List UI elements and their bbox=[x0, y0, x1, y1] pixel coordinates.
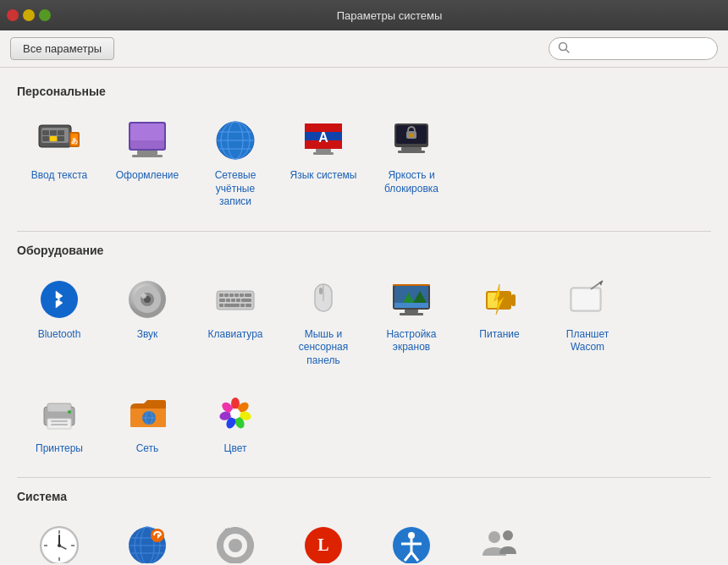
item-appearance[interactable]: Оформление bbox=[105, 110, 190, 217]
network-icon bbox=[125, 392, 169, 436]
brightness-lock-label: Яркость и блокировка bbox=[376, 169, 447, 195]
content: Персональные あ Ввод текста bbox=[0, 68, 728, 563]
svg-rect-71 bbox=[511, 294, 516, 306]
wacom-label: Планшет Wacom bbox=[552, 328, 623, 354]
item-text-input[interactable]: あ Ввод текста bbox=[17, 110, 102, 217]
item-a11y[interactable]: Специальные возможности bbox=[369, 515, 454, 563]
displays-label: Настройка экранов bbox=[376, 328, 447, 354]
displays-icon bbox=[389, 277, 433, 321]
svg-rect-15 bbox=[130, 123, 164, 140]
svg-rect-118 bbox=[233, 557, 238, 563]
svg-rect-29 bbox=[316, 149, 331, 152]
svg-rect-82 bbox=[51, 424, 68, 425]
section-title-hardware: Оборудование bbox=[17, 244, 711, 257]
svg-rect-81 bbox=[51, 420, 68, 422]
mouse-label: Мышь и сенсорная панель bbox=[288, 328, 359, 368]
svg-rect-69 bbox=[394, 303, 428, 308]
svg-rect-117 bbox=[233, 527, 238, 534]
item-accounts[interactable]: Учётные записи bbox=[457, 515, 542, 563]
a11y-icon bbox=[389, 524, 433, 563]
item-displays[interactable]: Настройка экранов bbox=[369, 269, 454, 376]
svg-rect-61 bbox=[319, 288, 323, 294]
system-language-label: Язык системы bbox=[290, 169, 357, 183]
brightness-lock-icon bbox=[389, 118, 433, 162]
system-language-icon: A bbox=[301, 118, 345, 162]
svg-rect-46 bbox=[229, 293, 234, 297]
svg-point-133 bbox=[488, 531, 500, 543]
item-brightness-lock[interactable]: Яркость и блокировка bbox=[369, 110, 454, 217]
all-params-button[interactable]: Все параметры bbox=[10, 37, 114, 60]
search-box bbox=[549, 37, 718, 60]
svg-marker-73 bbox=[494, 284, 505, 315]
item-mouse[interactable]: Мышь и сенсорная панель bbox=[281, 269, 366, 376]
close-button[interactable] bbox=[7, 9, 19, 21]
window-title: Параметры системы bbox=[58, 9, 721, 22]
svg-rect-4 bbox=[42, 130, 49, 135]
svg-rect-65 bbox=[405, 310, 418, 313]
svg-rect-54 bbox=[241, 299, 251, 302]
item-datetime[interactable]: Время и дата bbox=[17, 515, 102, 563]
item-wacom[interactable]: Планшет Wacom bbox=[545, 269, 630, 376]
appearance-label: Оформление bbox=[116, 169, 179, 183]
svg-rect-50 bbox=[219, 299, 225, 302]
svg-rect-35 bbox=[401, 147, 422, 151]
power-label: Питание bbox=[479, 328, 519, 342]
item-printers[interactable]: Принтеры bbox=[17, 383, 102, 464]
svg-rect-53 bbox=[236, 299, 240, 302]
item-landscape[interactable]: L Служба Landscape bbox=[281, 515, 366, 563]
software-icon bbox=[125, 524, 169, 563]
hardware-grid-2: Принтеры Сеть bbox=[17, 383, 711, 464]
item-power[interactable]: Питание bbox=[457, 269, 542, 376]
svg-rect-55 bbox=[219, 304, 223, 307]
section-title-personal: Персональные bbox=[17, 85, 711, 98]
svg-rect-47 bbox=[234, 293, 239, 297]
power-icon bbox=[477, 277, 521, 321]
personal-grid: あ Ввод текста Оформление bbox=[17, 110, 711, 217]
minimize-button[interactable] bbox=[23, 9, 35, 21]
svg-rect-75 bbox=[572, 289, 599, 310]
svg-rect-8 bbox=[50, 136, 57, 141]
svg-rect-5 bbox=[50, 130, 57, 135]
item-network[interactable]: Сеть bbox=[105, 383, 190, 464]
printers-label: Принтеры bbox=[36, 442, 83, 456]
svg-rect-34 bbox=[409, 134, 414, 137]
svg-rect-119 bbox=[217, 543, 223, 548]
printers-icon bbox=[37, 392, 81, 436]
svg-rect-36 bbox=[398, 151, 425, 153]
network-label: Сеть bbox=[136, 442, 159, 456]
svg-rect-56 bbox=[224, 304, 240, 307]
accounts-icon bbox=[477, 524, 521, 563]
network-accounts-label: Сетевые учётные записи bbox=[200, 169, 271, 209]
svg-rect-7 bbox=[42, 136, 49, 141]
divider-hardware bbox=[17, 231, 711, 232]
sysinfo-icon bbox=[213, 524, 257, 563]
section-title-system: Система bbox=[17, 490, 711, 503]
titlebar: Параметры системы bbox=[0, 0, 728, 30]
item-system-language[interactable]: A Язык системы bbox=[281, 110, 366, 217]
sound-icon bbox=[125, 277, 169, 321]
item-color[interactable]: Цвет bbox=[193, 383, 278, 464]
divider-system bbox=[17, 477, 711, 478]
color-icon bbox=[213, 392, 257, 436]
text-input-label: Ввод текста bbox=[31, 169, 87, 183]
item-sysinfo[interactable]: Сведения о системе bbox=[193, 515, 278, 563]
svg-text:A: A bbox=[318, 130, 328, 145]
color-label: Цвет bbox=[224, 442, 247, 456]
item-sound[interactable]: Звук bbox=[105, 269, 190, 376]
item-keyboard[interactable]: Клавиатура bbox=[193, 269, 278, 376]
svg-rect-6 bbox=[58, 130, 64, 135]
svg-rect-57 bbox=[240, 304, 245, 307]
item-bluetooth[interactable]: Bluetooth bbox=[17, 269, 102, 376]
landscape-icon: L bbox=[301, 524, 345, 563]
search-input[interactable] bbox=[575, 42, 709, 55]
svg-rect-48 bbox=[240, 293, 244, 297]
appearance-icon bbox=[125, 118, 169, 162]
keyboard-icon bbox=[213, 277, 257, 321]
item-software[interactable]: Программы и обновления bbox=[105, 515, 190, 563]
svg-point-116 bbox=[229, 539, 242, 552]
toolbar: Все параметры bbox=[0, 30, 728, 68]
maximize-button[interactable] bbox=[39, 9, 51, 21]
item-network-accounts[interactable]: Сетевые учётные записи bbox=[193, 110, 278, 217]
svg-point-83 bbox=[68, 410, 71, 414]
svg-rect-30 bbox=[313, 152, 334, 155]
